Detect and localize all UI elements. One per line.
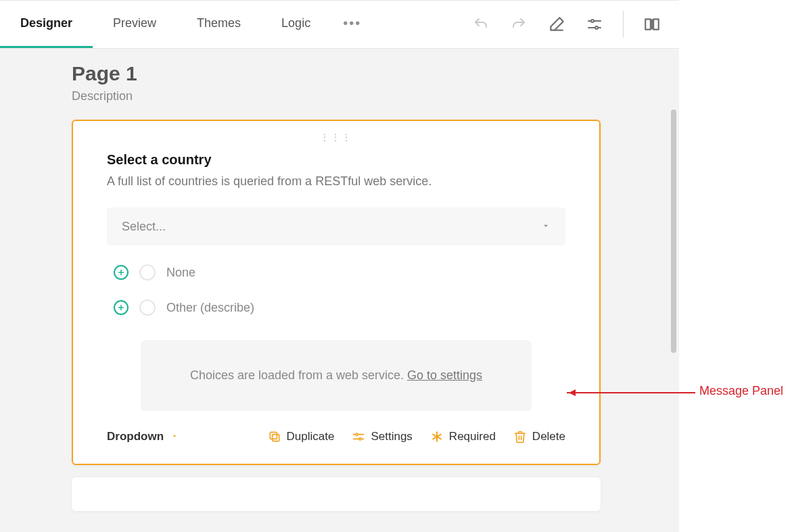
dropdown-select[interactable]: Select... xyxy=(107,208,565,245)
settings-button[interactable]: Settings xyxy=(352,430,412,443)
svg-point-12 xyxy=(356,433,358,435)
annotation-label: Message Panel xyxy=(699,384,783,398)
svg-point-1 xyxy=(591,20,594,22)
duplicate-button[interactable]: Duplicate xyxy=(268,430,335,443)
go-to-settings-link[interactable]: Go to settings xyxy=(407,368,482,382)
question-description[interactable]: A full list of countries is queried from… xyxy=(107,174,565,189)
question-footer: Dropdown Duplicate Settings xyxy=(73,411,599,464)
undo-icon[interactable] xyxy=(471,15,490,34)
page-description[interactable]: Description xyxy=(72,89,679,103)
drag-handle-icon[interactable]: ⋮⋮⋮ xyxy=(73,130,599,148)
question-title[interactable]: Select a country xyxy=(107,152,565,168)
required-label: Required xyxy=(449,430,496,443)
duplicate-label: Duplicate xyxy=(287,430,335,443)
question-type-picker[interactable]: Dropdown xyxy=(107,430,179,443)
next-question-card[interactable] xyxy=(72,477,601,511)
option-none-label[interactable]: None xyxy=(166,266,195,280)
required-button[interactable]: Required xyxy=(430,430,496,443)
chevron-down-icon xyxy=(170,430,179,443)
tab-designer[interactable]: Designer xyxy=(0,1,93,48)
tab-preview[interactable]: Preview xyxy=(93,1,177,48)
duplicate-icon xyxy=(268,430,281,443)
settings-label: Settings xyxy=(371,430,412,443)
asterisk-icon xyxy=(430,430,444,443)
page-header: Page 1 Description xyxy=(0,49,679,103)
delete-button[interactable]: Delete xyxy=(513,430,565,443)
message-text: Choices are loaded from a web service. xyxy=(190,368,407,382)
scrollbar[interactable] xyxy=(671,110,676,353)
svg-point-14 xyxy=(359,438,361,440)
annotation-arrow xyxy=(567,392,695,393)
top-toolbar: Designer Preview Themes Logic ••• xyxy=(0,0,679,49)
add-option-icon[interactable] xyxy=(114,300,129,315)
page-title[interactable]: Page 1 xyxy=(72,62,679,85)
svg-rect-9 xyxy=(272,435,279,441)
trash-icon xyxy=(513,430,527,443)
question-type-label: Dropdown xyxy=(107,430,164,443)
book-icon[interactable] xyxy=(643,15,661,34)
radio-placeholder-icon xyxy=(139,299,156,316)
add-option-icon[interactable] xyxy=(114,265,129,280)
delete-label: Delete xyxy=(532,430,565,443)
tab-more[interactable]: ••• xyxy=(331,1,373,48)
option-row-other: Other (describe) xyxy=(107,299,565,316)
settings-sliders-icon[interactable] xyxy=(585,15,604,34)
dropdown-placeholder: Select... xyxy=(122,220,166,234)
eraser-icon[interactable] xyxy=(547,15,566,34)
tab-themes[interactable]: Themes xyxy=(177,1,261,48)
svg-rect-10 xyxy=(270,432,277,439)
option-row-none: None xyxy=(107,264,565,281)
question-card[interactable]: ⋮⋮⋮ Select a country A full list of coun… xyxy=(72,120,601,465)
tabs: Designer Preview Themes Logic ••• xyxy=(0,1,373,48)
redo-icon[interactable] xyxy=(509,15,528,34)
radio-placeholder-icon xyxy=(139,264,156,281)
tab-logic[interactable]: Logic xyxy=(261,1,331,48)
sliders-icon xyxy=(352,430,365,443)
svg-point-3 xyxy=(595,26,598,29)
message-panel: Choices are loaded from a web service. G… xyxy=(141,340,532,411)
chevron-down-icon xyxy=(541,220,551,234)
option-other-label[interactable]: Other (describe) xyxy=(166,301,254,315)
toolbar-separator xyxy=(623,11,624,38)
design-canvas: Page 1 Description ⋮⋮⋮ Select a country … xyxy=(0,49,679,532)
